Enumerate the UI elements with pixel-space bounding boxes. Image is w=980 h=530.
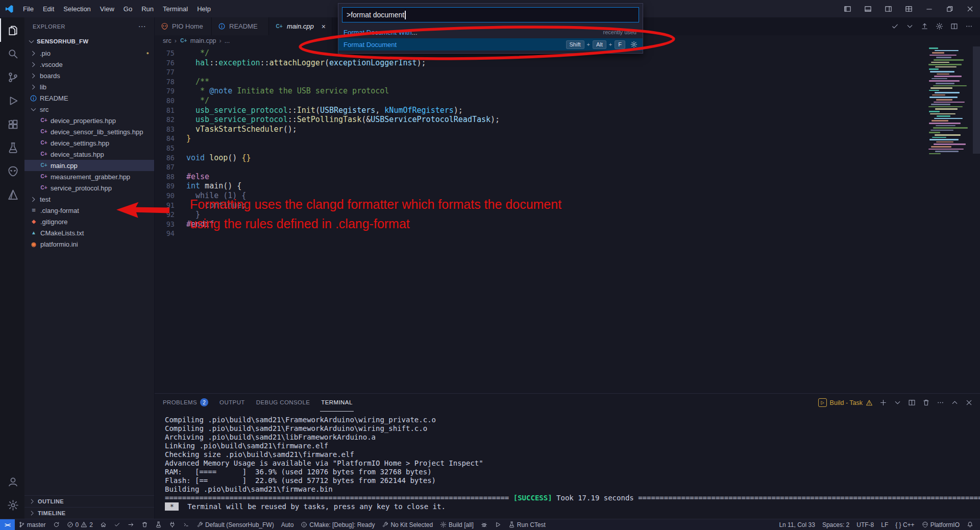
editor[interactable]: 75 */76 hal::exception::attachLogger(exc… (155, 46, 980, 393)
cmake-kit[interactable]: No Kit Selected (378, 519, 436, 530)
command-item-format-document[interactable]: Format DocumentShift+Alt+F (338, 38, 643, 51)
activity-testing[interactable] (0, 136, 24, 159)
indentation-status[interactable]: Spaces: 2 (819, 519, 853, 530)
pio-build-button[interactable] (110, 519, 124, 530)
panel-tab-problems[interactable]: PROBLEMS2 (162, 394, 209, 412)
explorer-item-platformio-ini[interactable]: ◉platformio.ini (24, 238, 154, 250)
cmake-status[interactable]: CMake: [Debug]: Ready (297, 519, 378, 530)
configure-keybinding-button[interactable] (630, 41, 638, 48)
explorer-item-boards[interactable]: boards (24, 70, 154, 81)
language-mode[interactable]: { } C++ (892, 519, 918, 530)
panel-action-close[interactable] (965, 399, 973, 406)
minimize-button[interactable] (919, 0, 939, 17)
editor-action-more[interactable] (965, 22, 973, 30)
breadcrumb-item-src[interactable]: src (163, 37, 172, 44)
timeline-section[interactable]: TIMELINE (24, 507, 154, 519)
menu-run[interactable]: Run (137, 0, 158, 17)
panel-tab-terminal[interactable]: TERMINAL (320, 394, 353, 412)
menu-terminal[interactable]: Terminal (158, 0, 192, 17)
remote-indicator[interactable]: >< (0, 519, 15, 530)
explorer-item-readme[interactable]: README (24, 92, 154, 104)
activity-extensions[interactable] (0, 112, 24, 136)
pio-upload-button[interactable] (124, 519, 138, 530)
explorer-item-device-sensor-lib-settings-hpp[interactable]: C+device_sensor_lib_settings.hpp (24, 126, 154, 137)
activity-accounts[interactable] (0, 470, 24, 493)
activity-explorer[interactable] (0, 18, 24, 42)
explorer-item-cmakelists-txt[interactable]: ▲CMakeLists.txt (24, 227, 154, 238)
pio-env-selector[interactable]: Default (SensorHub_FW) (193, 519, 278, 530)
encoding-status[interactable]: UTF-8 (853, 519, 877, 530)
cmake-build-button[interactable]: Build [all] (436, 519, 477, 530)
explorer-item-main-cpp[interactable]: C+main.cpp (24, 160, 154, 171)
editor-scrollbar[interactable] (973, 46, 980, 154)
menu-go[interactable]: Go (119, 0, 137, 17)
command-item-format-document-with[interactable]: Format Document With...recently used (338, 26, 643, 38)
editor-action-split[interactable] (950, 22, 958, 30)
panel-tab-output[interactable]: OUTPUT (218, 394, 246, 412)
explorer-item-measurement-grabber-hpp[interactable]: C+measurement_grabber.hpp (24, 171, 154, 182)
editor-action-chevron-down[interactable] (906, 22, 914, 30)
command-input[interactable]: >format document (342, 7, 639, 22)
activity-run-and-debug[interactable] (0, 89, 24, 112)
layout-grid-button[interactable] (898, 0, 919, 17)
panel-action-chevron-up[interactable] (951, 399, 959, 406)
explorer-item-service-protocol-hpp[interactable]: C+service_protocol.hpp (24, 182, 154, 194)
outline-section[interactable]: OUTLINE (24, 495, 154, 507)
explorer-item-gitignore[interactable]: ◆.gitignore (24, 216, 154, 227)
cmake-debug-button[interactable] (477, 519, 491, 530)
explorer-item-clang-format[interactable]: ≡.clang-format (24, 205, 154, 216)
tab-pio-home[interactable]: PIO Home (155, 17, 212, 35)
serial-port-auto[interactable]: Auto (278, 519, 298, 530)
pio-test-button[interactable] (152, 519, 165, 530)
breadcrumb-item-main-cpp[interactable]: C+main.cpp (180, 37, 216, 45)
terminal-task-item[interactable]: Build - Task (818, 398, 873, 407)
notifications-bell[interactable] (963, 519, 977, 530)
git-branch[interactable]: master (15, 519, 50, 530)
run-ctest-button[interactable]: Run CTest (505, 519, 549, 530)
platformio-account[interactable]: PlatformIO (918, 519, 963, 530)
code-area[interactable]: 75 */76 hal::exception::attachLogger(exc… (155, 46, 980, 393)
close-tab-button[interactable]: × (322, 22, 326, 31)
breadcrumb-item-[interactable]: ... (225, 37, 230, 44)
layout-panel-button[interactable] (857, 0, 878, 17)
menu-help[interactable]: Help (192, 0, 215, 17)
menu-view[interactable]: View (95, 0, 119, 17)
editor-action-check[interactable] (891, 22, 899, 30)
explorer-more-button[interactable]: ⋯ (138, 22, 146, 31)
git-sync[interactable] (50, 519, 63, 530)
editor-action-gear[interactable] (936, 22, 943, 30)
panel-action-split[interactable] (908, 399, 916, 406)
close-button[interactable] (960, 0, 980, 17)
terminal-output[interactable]: Compiling .pio\build\samd21\FrameworkArd… (155, 412, 980, 519)
panel-tab-debug-console[interactable]: DEBUG CONSOLE (255, 394, 311, 412)
tab-main-cpp[interactable]: C+main.cpp× (269, 17, 332, 35)
explorer-item-lib[interactable]: lib (24, 81, 154, 92)
layout-right-button[interactable] (878, 0, 898, 17)
pio-home-button[interactable] (96, 519, 110, 530)
editor-action-upload[interactable] (921, 22, 928, 30)
panel-action-more[interactable] (937, 399, 944, 406)
eol-status[interactable]: LF (877, 519, 892, 530)
menu-selection[interactable]: Selection (59, 0, 95, 17)
explorer-item-vscode[interactable]: .vscode (24, 59, 154, 70)
explorer-item-device-status-hpp[interactable]: C+device_status.hpp (24, 149, 154, 160)
panel-action-plus[interactable] (879, 399, 887, 406)
pio-serial-monitor-button[interactable] (165, 519, 179, 530)
pio-clean-button[interactable] (138, 519, 152, 530)
minimap[interactable] (928, 47, 973, 216)
tab-readme[interactable]: README (212, 17, 269, 35)
explorer-item-test[interactable]: test (24, 194, 154, 205)
menu-file[interactable]: File (18, 0, 38, 17)
pio-terminal-button[interactable] (179, 519, 193, 530)
problems[interactable]: 02 (63, 519, 96, 530)
explorer-item-device-properties-hpp[interactable]: C+device_properties.hpp (24, 115, 154, 126)
activity-cmake-tools[interactable] (0, 183, 24, 206)
restore-button[interactable] (939, 0, 960, 17)
panel-action-chevron-down[interactable] (894, 399, 901, 406)
menu-edit[interactable]: Edit (38, 0, 59, 17)
activity-source-control[interactable] (0, 65, 24, 89)
activity-manage[interactable] (0, 493, 24, 517)
activity-search[interactable] (0, 42, 24, 65)
layout-sidebar-button[interactable] (837, 0, 857, 17)
explorer-item-device-settings-hpp[interactable]: C+device_settings.hpp (24, 137, 154, 149)
